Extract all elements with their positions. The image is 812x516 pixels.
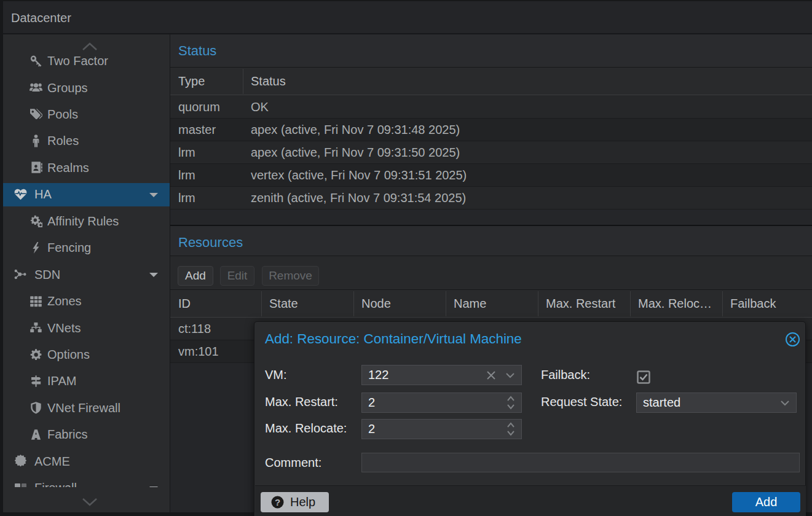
svg-text:?: ? [275,497,280,507]
